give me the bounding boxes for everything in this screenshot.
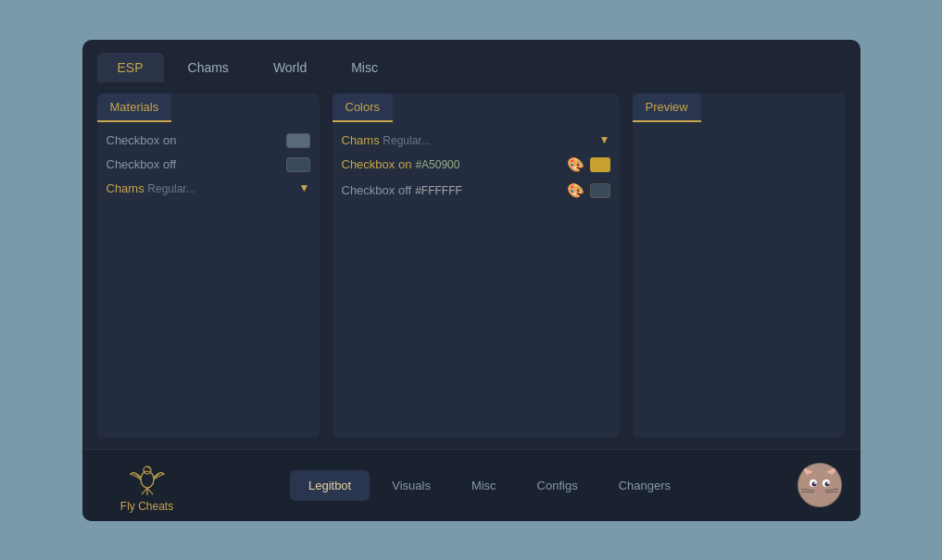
preview-panel-body bbox=[633, 122, 846, 438]
materials-panel: Materials Checkbox on Checkbox off Chams… bbox=[97, 93, 320, 438]
colors-chams-label: Chams Regular... bbox=[342, 133, 431, 147]
svg-point-9 bbox=[811, 482, 816, 487]
colors-checkbox-on-label: Checkbox on bbox=[342, 157, 412, 171]
bottom-tab-visuals[interactable]: Visuals bbox=[373, 470, 449, 501]
colors-checkbox-off-palette-icon[interactable]: 🎨 bbox=[567, 182, 584, 199]
materials-chams-sublabel: Regular... bbox=[147, 182, 195, 195]
colors-checkbox-off-hex: #FFFFFF bbox=[415, 184, 462, 197]
colors-chams-sublabel: Regular... bbox=[383, 134, 430, 147]
top-nav: ESP Chams World Misc bbox=[82, 40, 860, 82]
svg-point-12 bbox=[827, 482, 829, 484]
colors-checkbox-on-swatch[interactable] bbox=[590, 157, 610, 172]
colors-panel: Colors Chams Regular... ▼ Checkbox on #A… bbox=[333, 93, 620, 438]
user-avatar[interactable] bbox=[798, 463, 842, 507]
colors-chams-row[interactable]: Chams Regular... ▼ bbox=[342, 133, 610, 147]
avatar-image bbox=[798, 463, 842, 507]
content-area: Materials Checkbox on Checkbox off Chams… bbox=[82, 82, 860, 449]
tab-chams[interactable]: Chams bbox=[168, 53, 249, 82]
logo-text: Fly Cheats bbox=[120, 500, 173, 513]
colors-checkbox-off-controls: 🎨 bbox=[567, 182, 610, 199]
materials-panel-body: Checkbox on Checkbox off Chams Regular..… bbox=[97, 122, 320, 438]
bottom-tab-changers[interactable]: Changers bbox=[600, 470, 689, 501]
materials-checkbox-off-toggle[interactable] bbox=[286, 157, 310, 172]
bottom-nav: Legitbot Visuals Misc Configs Changers bbox=[194, 470, 786, 501]
main-window: ESP Chams World Misc Materials Checkbox … bbox=[82, 40, 860, 521]
preview-panel: Preview bbox=[633, 93, 846, 438]
colors-checkbox-off-swatch[interactable] bbox=[590, 183, 610, 198]
materials-checkbox-on-toggle[interactable] bbox=[286, 133, 310, 148]
logo-area: Fly Cheats bbox=[101, 457, 194, 513]
colors-checkbox-on-label-part: Checkbox on #A50900 bbox=[342, 157, 460, 171]
materials-panel-header: Materials bbox=[97, 93, 172, 122]
svg-point-10 bbox=[824, 482, 829, 487]
fly-cheats-logo-icon bbox=[127, 457, 168, 498]
avatar-area bbox=[786, 463, 842, 507]
bottom-tab-legitbot[interactable]: Legitbot bbox=[290, 470, 370, 501]
colors-checkbox-off-label: Checkbox off bbox=[342, 183, 412, 197]
preview-panel-header: Preview bbox=[633, 93, 701, 122]
colors-checkbox-off-row: Checkbox off #FFFFFF 🎨 bbox=[342, 182, 610, 199]
tab-esp[interactable]: ESP bbox=[97, 53, 164, 82]
materials-chams-row[interactable]: Chams Regular... ▼ bbox=[107, 181, 310, 195]
colors-panel-body: Chams Regular... ▼ Checkbox on #A50900 🎨 bbox=[333, 122, 620, 438]
materials-chams-dropdown-arrow: ▼ bbox=[299, 181, 310, 194]
materials-checkbox-off-label: Checkbox off bbox=[107, 157, 177, 171]
colors-checkbox-on-hex: #A50900 bbox=[415, 158, 459, 171]
bottom-tab-configs[interactable]: Configs bbox=[519, 470, 597, 501]
materials-checkbox-on-label: Checkbox on bbox=[107, 133, 177, 147]
colors-checkbox-on-palette-icon[interactable]: 🎨 bbox=[567, 156, 584, 173]
materials-chams-label: Chams Regular... bbox=[107, 181, 195, 195]
bottom-tab-misc[interactable]: Misc bbox=[453, 470, 515, 501]
colors-panel-header: Colors bbox=[333, 93, 394, 122]
bottom-bar: Fly Cheats Legitbot Visuals Misc Configs… bbox=[82, 449, 860, 521]
tab-misc[interactable]: Misc bbox=[331, 53, 398, 82]
tab-world[interactable]: World bbox=[253, 53, 327, 82]
svg-point-11 bbox=[814, 482, 816, 484]
colors-checkbox-off-label-part: Checkbox off #FFFFFF bbox=[342, 183, 462, 197]
colors-chams-dropdown-arrow: ▼ bbox=[599, 133, 610, 146]
materials-checkbox-off-row: Checkbox off bbox=[107, 157, 310, 172]
colors-checkbox-on-row: Checkbox on #A50900 🎨 bbox=[342, 156, 610, 173]
materials-checkbox-on-row: Checkbox on bbox=[107, 133, 310, 148]
colors-checkbox-on-controls: 🎨 bbox=[567, 156, 610, 173]
